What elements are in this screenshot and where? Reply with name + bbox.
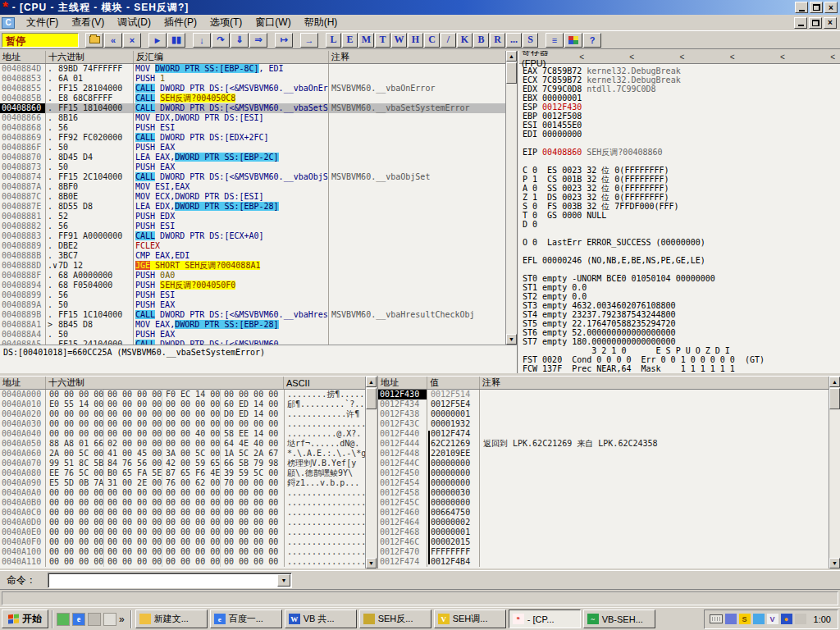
appearance-button[interactable]: [564, 33, 582, 48]
stack-row[interactable]: 0012F43800000001: [378, 409, 840, 419]
dump-row[interactable]: 0040A03000 00 00 0000 00 00 0000 00 00 0…: [0, 419, 377, 429]
register-line[interactable]: EIP 00408860 SEH反调?00408860: [519, 148, 840, 157]
close-process-button[interactable]: ×: [123, 33, 141, 48]
dropdown-button[interactable]: ▼: [277, 574, 290, 587]
dump-row[interactable]: 0040A11000 00 00 0000 00 00 0000 00 00 0…: [0, 557, 377, 567]
disasm-row[interactable]: 00408870.8D45 D4LEA EAX,DWORD PTR SS:[EB…: [0, 153, 517, 162]
dump-row[interactable]: 0040A0A000 00 00 0000 00 00 0000 00 00 0…: [0, 488, 377, 498]
register-line[interactable]: ST6 empty 52.000000000000000000: [519, 328, 840, 337]
dump-row[interactable]: 0040A07099 51 8C 5B84 76 56 0042 00 59 6…: [0, 459, 377, 468]
go-to-button[interactable]: →: [300, 33, 318, 48]
taskbar-task-0[interactable]: 新建文...: [135, 609, 208, 628]
stack-row[interactable]: 0012F46000664750: [378, 508, 840, 518]
disasm-row[interactable]: 00408894.68 F0504000PUSH SEH反调?004050F0: [0, 281, 517, 290]
disasm-row[interactable]: 004088A1>8B45 D8MOV EAX,DWORD PTR SS:[EB…: [0, 320, 517, 330]
register-line[interactable]: D 0: [519, 220, 840, 229]
column-split-icon[interactable]: <: [778, 52, 785, 62]
scroll-down-icon[interactable]: ▼: [829, 558, 840, 568]
scroll-down-icon[interactable]: ▼: [366, 558, 377, 568]
scroll-thumb[interactable]: [506, 62, 517, 84]
register-line[interactable]: A 0 SS 0023 32 位 0(FFFFFFFF): [519, 184, 840, 193]
stack-row[interactable]: 0012F46C00002015: [378, 537, 840, 547]
stack-row[interactable]: 0012F4300012F514: [378, 390, 840, 399]
disasm-row[interactable]: 0040886F.50PUSH EAX: [0, 143, 517, 153]
dump-row[interactable]: 0040A0602A 00 5C 0041 00 45 003A 00 5C 0…: [0, 449, 377, 459]
tray-icon-3[interactable]: [753, 614, 765, 624]
scroll-thumb[interactable]: [366, 388, 377, 409]
stack-row[interactable]: 0012F45000000000: [378, 468, 840, 478]
run-button[interactable]: ►: [148, 33, 167, 48]
register-line[interactable]: EDI 00000000: [519, 130, 840, 139]
dump-row[interactable]: 0040A080EE 76 5C 00B0 65 FA 5E87 65 F6 4…: [0, 468, 377, 478]
step-into-button[interactable]: ↓: [193, 33, 211, 48]
child-minimize-button[interactable]: [794, 17, 807, 29]
disasm-row[interactable]: 0040887C.8B0EMOV ECX,DWORD PTR DS:[ESI]: [0, 192, 517, 202]
disasm-row[interactable]: 0040889A.50PUSH EAX: [0, 300, 517, 310]
register-line[interactable]: 3 2 1 0 E S P U O Z D I: [519, 346, 840, 355]
disasm-row[interactable]: 00408853.6A 01PUSH 1: [0, 74, 517, 84]
dump-row[interactable]: 0040A0D000 00 00 0000 00 00 0000 00 00 0…: [0, 518, 377, 527]
quick-launch-icon-2[interactable]: e: [72, 613, 85, 626]
tray-icon-4[interactable]: V: [767, 614, 778, 624]
register-line[interactable]: ECX 7C859B72 kernel32.DebugBreak: [519, 75, 840, 84]
register-line[interactable]: T 0 GS 0000 NULL: [519, 211, 840, 220]
taskbar-task-3[interactable]: SEH反...: [359, 609, 431, 628]
disasm-row[interactable]: 0040888B.3BC7CMP EAX,EDI: [0, 251, 517, 261]
disasm-row[interactable]: 0040887E.8D55 D8LEA EDX,DWORD PTR SS:[EB…: [0, 202, 517, 212]
column-split-icon[interactable]: <: [577, 52, 584, 62]
register-line[interactable]: S 0 FS 003B 32 位 7FFDF000(FFF): [519, 202, 840, 211]
register-line[interactable]: FST 0020 Cond 0 0 0 0 Err 0 0 1 0 0 0 0 …: [519, 355, 840, 364]
panel-button-M[interactable]: M: [358, 33, 374, 48]
menu-item-2[interactable]: 调试(D): [111, 14, 158, 31]
close-button[interactable]: ×: [824, 2, 838, 13]
disasm-row[interactable]: 00408889.DBE2FCLEX: [0, 241, 517, 251]
scroll-up-icon[interactable]: ▲: [506, 51, 517, 62]
minimize-button[interactable]: [795, 2, 808, 13]
disasm-row[interactable]: 00408868.56PUSH ESI: [0, 123, 517, 133]
register-line[interactable]: Z 1 DS 0023 32 位 0(FFFFFFFF): [519, 193, 840, 202]
menu-item-4[interactable]: 选项(T): [203, 14, 249, 31]
stack-row[interactable]: 0012F45400000000: [378, 478, 840, 488]
taskbar-task-5[interactable]: *- [CP...: [509, 609, 581, 628]
menu-item-0[interactable]: 文件(F): [20, 14, 65, 31]
register-line[interactable]: EBP 0012F508: [519, 112, 840, 121]
taskbar-task-1[interactable]: e百度一...: [210, 609, 282, 628]
panel-button-L[interactable]: L: [326, 33, 341, 48]
stack-row[interactable]: 0012F448220109EE: [378, 449, 840, 459]
menu-item-1[interactable]: 查看(V): [65, 14, 111, 31]
scroll-up-icon[interactable]: ▲: [366, 377, 377, 387]
disasm-row[interactable]: 0040888F.68 A0000000PUSH 0A0: [0, 271, 517, 281]
menu-item-5[interactable]: 窗口(W): [249, 14, 297, 31]
register-line[interactable]: EFL 00000246 (NO,NB,E,BE,NS,PE,GE,LE): [519, 256, 840, 265]
dump-row[interactable]: 0040A010E0 55 14 0000 00 00 0000 00 00 0…: [0, 399, 377, 409]
dump-row[interactable]: 0040A04000 00 00 0000 00 00 0000 00 40 0…: [0, 429, 377, 439]
panel-button-E[interactable]: E: [342, 33, 358, 48]
step-over-button[interactable]: ↷: [212, 33, 230, 48]
register-line[interactable]: ST2 empty 0.0: [519, 292, 840, 301]
register-line[interactable]: ST5 empty 22.176470588235294720: [519, 319, 840, 328]
register-line[interactable]: C 0 ES 0023 32 位 0(FFFFFFFF): [519, 166, 840, 175]
disasm-row[interactable]: 0040889B.FF15 1C104000CALL DWORD PTR DS:…: [0, 310, 517, 320]
panel-button-W[interactable]: W: [391, 33, 407, 48]
taskbar-task-4[interactable]: VSEH调...: [434, 609, 506, 628]
column-split-icon[interactable]: <: [828, 52, 835, 62]
register-line[interactable]: ST3 empty 4632.0034602076108800: [519, 301, 840, 310]
disasm-row[interactable]: 00408873.50PUSH EAX: [0, 162, 517, 172]
open-file-button[interactable]: [85, 33, 103, 48]
quick-launch-icon-3[interactable]: [88, 613, 101, 626]
register-line[interactable]: FCW 137F Prec NEAR,64 Mask 1 1 1 1 1 1: [519, 364, 840, 373]
panel-button-T[interactable]: T: [375, 33, 390, 48]
disasm-row[interactable]: 00408869.FF92 FC020000CALL DWORD PTR DS:…: [0, 133, 517, 143]
stack-row[interactable]: 0012F46400000002: [378, 518, 840, 527]
register-line[interactable]: ST1 empty 0.0: [519, 283, 840, 292]
command-input[interactable]: [50, 575, 276, 586]
cpu-child-icon[interactable]: C: [2, 17, 15, 29]
start-button[interactable]: 开始: [2, 609, 48, 628]
panel-button-H[interactable]: H: [408, 33, 423, 48]
quick-launch-icon-4[interactable]: [103, 613, 116, 626]
disasm-row[interactable]: 004088A4.50PUSH EAX: [0, 330, 517, 340]
taskbar-task-6[interactable]: ~VB-SEH...: [583, 609, 655, 628]
tray-icon-1[interactable]: [725, 614, 737, 624]
register-line[interactable]: [519, 139, 840, 148]
panel-button-B[interactable]: B: [473, 33, 489, 48]
